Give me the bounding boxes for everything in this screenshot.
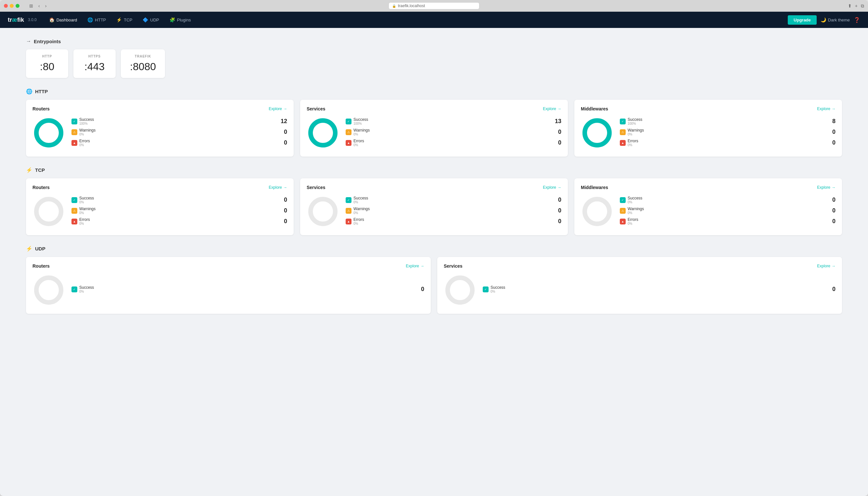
plus-icon[interactable]: +	[855, 3, 857, 9]
http-routers-header: Routers Explore →	[32, 106, 287, 111]
nav-udp-label: UDP	[150, 17, 159, 22]
svg-point-1	[36, 121, 61, 145]
nav-tcp[interactable]: ⚡ TCP	[112, 15, 137, 25]
http-routers-errors-row: ▲ Errors 0% 0	[72, 139, 287, 147]
arrow-icon: →	[832, 264, 836, 268]
tcp-middlewares-body: ✓ Success 0% 0 ⚠	[581, 195, 836, 229]
arrow-icon: →	[832, 185, 836, 190]
tcp-services-header: Services Explore →	[307, 185, 561, 190]
tcp-routers-explore[interactable]: Explore →	[269, 185, 287, 190]
svg-point-3	[311, 121, 335, 145]
nav-plugins[interactable]: 🧩 Plugins	[165, 15, 196, 25]
title-bar: ⊞ ‹ › 🔒 traefik.localhost ⬆ + ⧉	[0, 0, 868, 12]
minimize-button[interactable]	[10, 4, 14, 8]
tcp-middlewares-explore[interactable]: Explore →	[817, 185, 836, 190]
udp-section-title: UDP	[35, 246, 46, 251]
browser-actions: ⬆ + ⧉	[848, 3, 864, 9]
entrypoint-https: HTTPS :443	[74, 49, 115, 78]
entrypoints-grid: HTTP :80 HTTPS :443 TRAEFIK :8080	[26, 49, 842, 78]
warnings-badge: ⚠	[72, 129, 77, 135]
dark-theme-label: Dark theme	[828, 17, 850, 22]
udp-nav-icon: 🔷	[143, 17, 148, 22]
tcp-routers-header: Routers Explore →	[32, 185, 287, 190]
udp-section-header: ⚡ UDP	[26, 246, 842, 252]
http-services-donut	[307, 117, 339, 150]
svg-point-7	[311, 199, 335, 224]
udp-services-stats: ✓ Success 0% 0	[483, 285, 836, 296]
warnings-badge: ⚠	[346, 129, 352, 135]
entrypoint-https-port: :443	[82, 61, 107, 73]
warnings-badge: ⚠	[72, 208, 77, 214]
entrypoint-traefik-port: :8080	[130, 61, 156, 73]
upgrade-button[interactable]: Upgrade	[788, 15, 817, 25]
http-routers-explore[interactable]: Explore →	[269, 107, 287, 111]
udp-routers-body: ✓ Success 0% 0	[32, 274, 424, 307]
tcp-services-explore[interactable]: Explore →	[543, 185, 561, 190]
maximize-button[interactable]	[16, 4, 19, 8]
sidebar-toggle[interactable]: ⊞	[27, 3, 35, 9]
http-services-title: Services	[307, 106, 326, 111]
entrypoints-title: Entrypoints	[34, 38, 61, 44]
tcp-section-icon: ⚡	[26, 167, 32, 173]
entrypoint-http-name: HTTP	[35, 55, 59, 58]
lock-icon: 🔒	[392, 4, 396, 8]
nav-dashboard[interactable]: 🏠 Dashboard	[45, 15, 82, 25]
udp-services-donut	[444, 274, 476, 307]
tcp-nav-icon: ⚡	[116, 17, 122, 22]
errors-value: 0	[281, 139, 287, 146]
http-cards-grid: Routers Explore →	[26, 100, 842, 157]
entrypoints-icon: →	[26, 38, 31, 44]
nav-tcp-label: TCP	[124, 17, 132, 22]
http-routers-success-row: ✓ Success 100% 12	[72, 117, 287, 125]
success-badge: ✓	[620, 197, 626, 203]
errors-badge: ▲	[346, 140, 352, 146]
svg-point-5	[585, 121, 609, 145]
success-label: Success	[79, 117, 94, 122]
close-button[interactable]	[4, 4, 8, 8]
help-icon[interactable]: ❓	[854, 17, 860, 23]
udp-routers-explore[interactable]: Explore →	[406, 264, 424, 268]
dashboard-icon: 🏠	[49, 17, 55, 22]
entrypoint-http-port: :80	[35, 61, 59, 73]
nav-dashboard-label: Dashboard	[57, 17, 77, 22]
http-services-explore[interactable]: Explore →	[543, 107, 561, 111]
http-middlewares-donut	[581, 117, 613, 150]
tcp-routers-title: Routers	[32, 185, 50, 190]
errors-badge: ▲	[620, 219, 626, 224]
http-routers-stats: ✓ Success 100% 12	[72, 117, 287, 150]
http-services-stats: ✓ Success 100% 13 ⚠	[346, 117, 561, 150]
back-button[interactable]: ‹	[36, 3, 42, 9]
udp-routers-card: Routers Explore →	[26, 257, 431, 314]
errors-label: Errors	[79, 139, 90, 143]
address-bar[interactable]: 🔒 traefik.localhost	[388, 2, 480, 10]
tcp-services-stats: ✓ Success 0% 0 ⚠	[346, 196, 561, 228]
warnings-value: 0	[281, 129, 287, 136]
copy-icon[interactable]: ⧉	[861, 3, 864, 9]
forward-button[interactable]: ›	[43, 3, 49, 9]
arrow-icon: →	[557, 185, 561, 190]
tcp-middlewares-title: Middlewares	[581, 185, 608, 190]
errors-badge: ▲	[72, 140, 77, 146]
warnings-badge: ⚠	[620, 208, 626, 214]
http-middlewares-card: Middlewares Explore →	[574, 100, 842, 157]
nav-http[interactable]: 🌐 HTTP	[83, 15, 110, 25]
browser-nav: ⊞ ‹ ›	[27, 3, 48, 9]
udp-services-explore[interactable]: Explore →	[817, 264, 836, 268]
success-badge: ✓	[72, 119, 77, 124]
nav-udp[interactable]: 🔷 UDP	[138, 15, 164, 25]
tcp-routers-card: Routers Explore →	[26, 178, 294, 235]
http-middlewares-header: Middlewares Explore →	[581, 106, 836, 111]
app-logo: træfik 3.0.0	[8, 17, 37, 24]
success-badge: ✓	[72, 286, 77, 292]
nav-http-label: HTTP	[95, 17, 106, 22]
share-icon[interactable]: ⬆	[848, 3, 852, 9]
http-middlewares-explore[interactable]: Explore →	[817, 107, 836, 111]
dark-theme-toggle[interactable]: 🌙 Dark theme	[821, 17, 850, 22]
udp-routers-title: Routers	[32, 263, 50, 269]
arrow-icon: →	[283, 185, 287, 190]
entrypoints-section-header: → Entrypoints	[26, 38, 842, 44]
logo-version: 3.0.0	[28, 17, 37, 22]
http-section-title: HTTP	[35, 89, 48, 94]
theme-icon: 🌙	[821, 17, 826, 22]
http-middlewares-body: ✓ Success 100% 8 ⚠	[581, 117, 836, 150]
